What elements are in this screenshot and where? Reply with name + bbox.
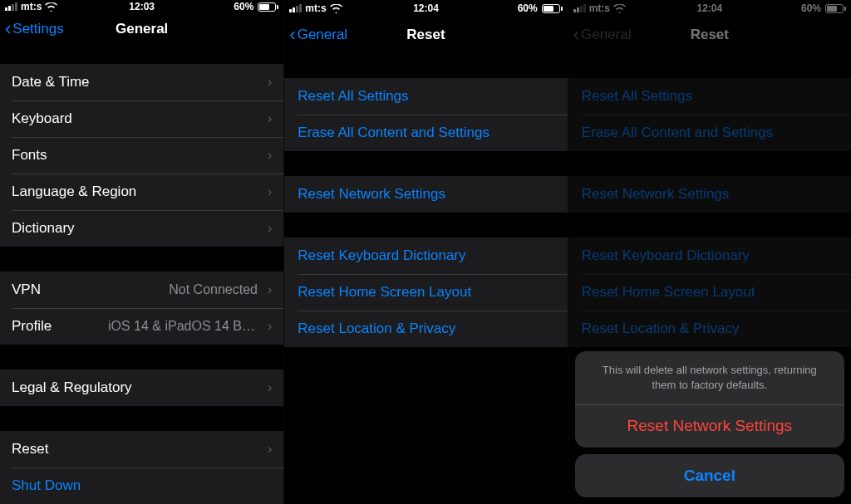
carrier-label: mt:s <box>21 1 42 12</box>
row-reset-home-layout[interactable]: Reset Home Screen Layout <box>284 274 567 311</box>
chevron-right-icon: › <box>268 282 272 297</box>
page-title: General <box>116 21 168 37</box>
cell-label: VPN <box>12 281 41 298</box>
cell-label: Fonts <box>12 147 47 164</box>
row-dictionary[interactable]: Dictionary› <box>0 210 283 247</box>
back-label: Settings <box>12 21 63 37</box>
signal-icon <box>289 4 302 12</box>
nav-bar: ‹ General Reset <box>284 17 567 53</box>
cell-label: Erase All Content and Settings <box>298 125 489 141</box>
cell-label: Shut Down <box>12 477 81 494</box>
signal-icon <box>5 2 17 11</box>
back-button[interactable]: ‹ General <box>289 26 347 44</box>
cell-label: Reset Location & Privacy <box>298 321 455 337</box>
row-reset[interactable]: Reset› <box>0 431 283 467</box>
cell-label: Reset Keyboard Dictionary <box>582 247 750 264</box>
back-button[interactable]: ‹ Settings <box>5 20 64 38</box>
cell-label: Legal & Regulatory <box>12 379 132 396</box>
cell-label: Reset <box>12 441 48 458</box>
row-erase-all[interactable]: Erase All Content and Settings <box>568 115 851 151</box>
row-reset-location-privacy[interactable]: Reset Location & Privacy <box>568 311 851 347</box>
chevron-right-icon: › <box>268 221 272 236</box>
battery-icon <box>825 4 846 13</box>
chevron-right-icon: › <box>268 75 272 90</box>
nav-bar: ‹ Settings General <box>0 14 283 44</box>
carrier-label: mt:s <box>589 2 610 14</box>
screen-general: mt:s 12:03 60% ‹ Settings General Date &… <box>0 0 283 504</box>
wifi-icon <box>613 4 626 13</box>
row-language-region[interactable]: Language & Region› <box>0 174 283 210</box>
cell-label: Reset All Settings <box>582 88 692 105</box>
back-label: General <box>298 27 347 43</box>
page-title: Reset <box>406 27 445 43</box>
cancel-button[interactable]: Cancel <box>575 454 844 497</box>
battery-icon <box>542 4 563 13</box>
signal-icon <box>573 4 586 12</box>
row-profile[interactable]: Profile iOS 14 & iPadOS 14 Beta Softwar…… <box>0 308 283 345</box>
chevron-right-icon: › <box>268 442 272 457</box>
cell-label: Dictionary <box>12 220 75 237</box>
cell-label: Reset All Settings <box>298 88 408 105</box>
row-keyboard[interactable]: Keyboard› <box>0 100 283 137</box>
cell-detail: Not Connected <box>169 282 258 297</box>
row-vpn[interactable]: VPN Not Connected › <box>0 272 283 308</box>
row-shutdown[interactable]: Shut Down <box>0 467 283 504</box>
row-reset-keyboard-dict[interactable]: Reset Keyboard Dictionary <box>284 237 567 274</box>
screen-reset-confirm: mt:s 12:04 60% ‹ General Reset Reset All… <box>568 0 851 504</box>
status-bar: mt:s 12:04 60% <box>284 0 567 17</box>
row-fonts[interactable]: Fonts› <box>0 137 283 174</box>
battery-percent: 60% <box>234 1 253 12</box>
chevron-left-icon: ‹ <box>289 26 295 44</box>
battery-percent: 60% <box>518 2 538 14</box>
screen-reset: mt:s 12:04 60% ‹ General Reset Reset All… <box>283 0 567 504</box>
row-legal[interactable]: Legal & Regulatory› <box>0 369 283 406</box>
cell-label: Reset Network Settings <box>298 186 445 203</box>
cell-label: Profile <box>12 318 52 335</box>
chevron-right-icon: › <box>268 148 272 163</box>
chevron-left-icon: ‹ <box>5 20 11 38</box>
row-reset-home-layout[interactable]: Reset Home Screen Layout <box>568 274 851 311</box>
row-reset-network[interactable]: Reset Network Settings <box>284 176 567 213</box>
row-reset-all-settings[interactable]: Reset All Settings <box>284 78 567 115</box>
carrier-label: mt:s <box>305 2 326 14</box>
chevron-right-icon: › <box>268 184 272 199</box>
battery-percent: 60% <box>801 2 821 14</box>
row-reset-all-settings[interactable]: Reset All Settings <box>568 78 851 115</box>
status-bar: mt:s 12:04 60% <box>568 0 851 17</box>
cell-label: Reset Home Screen Layout <box>298 284 471 301</box>
back-button[interactable]: ‹ General <box>573 26 632 44</box>
battery-icon <box>258 2 278 12</box>
wifi-icon <box>45 2 57 12</box>
row-reset-location-privacy[interactable]: Reset Location & Privacy <box>284 311 567 347</box>
cell-label: Reset Location & Privacy <box>582 321 740 337</box>
chevron-right-icon: › <box>268 380 272 395</box>
cell-label: Reset Keyboard Dictionary <box>298 247 465 264</box>
status-bar: mt:s 12:03 60% <box>0 0 283 14</box>
cell-label: Reset Home Screen Layout <box>582 284 755 301</box>
wifi-icon <box>330 4 342 13</box>
cell-label: Date & Time <box>12 74 90 91</box>
cell-detail: iOS 14 & iPadOS 14 Beta Softwar… <box>108 319 258 334</box>
back-label: General <box>581 27 631 43</box>
row-date-time[interactable]: Date & Time› <box>0 64 283 100</box>
nav-bar: ‹ General Reset <box>568 17 851 53</box>
page-title: Reset <box>691 27 729 43</box>
sheet-message: This will delete all network settings, r… <box>575 351 844 404</box>
chevron-right-icon: › <box>268 319 272 334</box>
cell-label: Reset Network Settings <box>582 186 730 203</box>
row-erase-all[interactable]: Erase All Content and Settings <box>284 115 567 151</box>
chevron-right-icon: › <box>268 111 272 126</box>
cell-label: Language & Region <box>12 183 136 200</box>
cell-label: Erase All Content and Settings <box>582 125 774 141</box>
row-reset-network[interactable]: Reset Network Settings <box>568 176 851 213</box>
row-reset-keyboard-dict[interactable]: Reset Keyboard Dictionary <box>568 237 851 274</box>
confirm-reset-network-button[interactable]: Reset Network Settings <box>575 404 844 448</box>
cell-label: Keyboard <box>12 110 72 127</box>
chevron-left-icon: ‹ <box>573 26 579 44</box>
action-sheet: This will delete all network settings, r… <box>575 351 844 497</box>
